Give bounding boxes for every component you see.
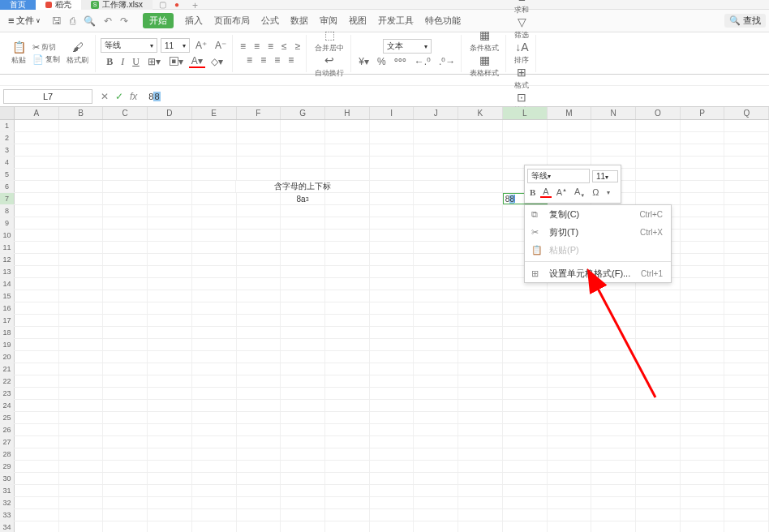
- align-right-button[interactable]: ≡: [272, 54, 282, 66]
- cell-C22[interactable]: [103, 375, 148, 387]
- col-header-F[interactable]: F: [237, 107, 281, 119]
- cell-M30[interactable]: [548, 473, 592, 484]
- cell-G30[interactable]: [281, 473, 325, 484]
- cell-P1[interactable]: [681, 120, 725, 131]
- cell-C13[interactable]: [103, 266, 148, 277]
- cell-K15[interactable]: [458, 290, 503, 302]
- cell-D4[interactable]: [148, 157, 192, 168]
- add-tab-button[interactable]: +: [186, 0, 204, 9]
- cell-D11[interactable]: [148, 242, 192, 253]
- cell-J5[interactable]: [414, 169, 458, 180]
- cell-A27[interactable]: [15, 436, 59, 448]
- cell-A3[interactable]: [15, 144, 59, 156]
- cell-P15[interactable]: [681, 290, 725, 302]
- cell-Q20[interactable]: [724, 351, 769, 363]
- cell-C17[interactable]: [103, 315, 148, 326]
- cell-G28[interactable]: [281, 448, 325, 460]
- cell-I30[interactable]: [370, 473, 415, 484]
- row-header-21[interactable]: 21: [0, 363, 15, 375]
- row-header-10[interactable]: 10: [0, 230, 15, 241]
- cell-D28[interactable]: [148, 448, 192, 460]
- cell-B1[interactable]: [59, 120, 104, 131]
- cell-E30[interactable]: [192, 473, 237, 484]
- sum-button[interactable]: Σ求和: [511, 0, 532, 15]
- cell-L33[interactable]: [503, 509, 548, 521]
- italic-button[interactable]: I: [118, 56, 127, 68]
- cell-N30[interactable]: [591, 473, 636, 484]
- cell-O30[interactable]: [636, 473, 681, 484]
- cell-J32[interactable]: [414, 497, 458, 508]
- col-header-O[interactable]: O: [636, 107, 681, 119]
- cell-K6[interactable]: [458, 181, 503, 192]
- cell-A15[interactable]: [15, 290, 59, 302]
- merge-button[interactable]: ⬚ 合并居中: [311, 28, 347, 54]
- cell-B12[interactable]: [59, 254, 104, 265]
- cell-C5[interactable]: [103, 169, 148, 180]
- cell-O1[interactable]: [636, 120, 681, 131]
- cell-B20[interactable]: [59, 351, 104, 363]
- cell-A32[interactable]: [15, 497, 59, 508]
- cell-H9[interactable]: [325, 217, 370, 229]
- cell-H31[interactable]: [325, 485, 370, 496]
- cell-H15[interactable]: [325, 290, 370, 302]
- cell-E27[interactable]: [192, 436, 237, 448]
- cell-F11[interactable]: [237, 242, 281, 253]
- cell-L16[interactable]: [503, 302, 548, 314]
- cell-F3[interactable]: [237, 144, 281, 156]
- cancel-edit-icon[interactable]: ✕: [101, 91, 109, 102]
- cell-C28[interactable]: [103, 448, 148, 460]
- cell-I2[interactable]: [370, 132, 415, 144]
- cell-I26[interactable]: [370, 424, 415, 435]
- redo-icon[interactable]: ↷: [120, 15, 128, 27]
- cell-L30[interactable]: [503, 473, 548, 484]
- cell-C31[interactable]: [103, 485, 148, 496]
- cell-O3[interactable]: [636, 144, 681, 156]
- cell-J13[interactable]: [414, 266, 458, 277]
- cell-I33[interactable]: [370, 509, 415, 521]
- cell-L18[interactable]: [503, 327, 548, 338]
- ribbon-tab-view[interactable]: 视图: [349, 15, 367, 27]
- cell-G22[interactable]: [281, 375, 325, 387]
- cell-K20[interactable]: [458, 351, 503, 363]
- cell-C4[interactable]: [103, 157, 148, 168]
- cell-P32[interactable]: [681, 497, 725, 508]
- cell-F25[interactable]: [237, 412, 281, 423]
- row-header-32[interactable]: 32: [0, 497, 15, 508]
- cell-E1[interactable]: [192, 120, 237, 131]
- col-header-J[interactable]: J: [414, 107, 458, 119]
- cell-G14[interactable]: [281, 278, 325, 290]
- cell-A11[interactable]: [15, 242, 59, 253]
- paste-button[interactable]: 📋 粘贴: [8, 41, 29, 66]
- cell-N2[interactable]: [591, 132, 636, 144]
- cell-L15[interactable]: [503, 290, 548, 302]
- cell-D30[interactable]: [148, 473, 192, 484]
- cell-I20[interactable]: [370, 351, 415, 363]
- cell-K17[interactable]: [458, 315, 503, 326]
- cell-Q26[interactable]: [724, 424, 769, 435]
- row-header-27[interactable]: 27: [0, 436, 15, 448]
- cell-Q9[interactable]: [724, 217, 769, 229]
- cell-B9[interactable]: [59, 217, 104, 229]
- cell-style-button[interactable]: ▦表格样式: [466, 54, 502, 79]
- cell-P21[interactable]: [681, 363, 725, 375]
- cell-P2[interactable]: [681, 132, 725, 144]
- cell-E32[interactable]: [192, 497, 237, 508]
- cell-G16[interactable]: [281, 302, 325, 314]
- cell-Q7[interactable]: [724, 193, 769, 204]
- row-header-4[interactable]: 4: [0, 157, 15, 168]
- cell-O18[interactable]: [636, 327, 681, 338]
- cell-I5[interactable]: [370, 169, 415, 180]
- cell-F13[interactable]: [237, 266, 281, 277]
- cell-B13[interactable]: [59, 266, 104, 277]
- cell-H2[interactable]: [325, 132, 370, 144]
- cell-Q29[interactable]: [724, 461, 769, 472]
- cell-Q22[interactable]: [724, 375, 769, 387]
- cell-C11[interactable]: [103, 242, 148, 253]
- cell-H7[interactable]: [325, 193, 370, 204]
- cell-G10[interactable]: [281, 230, 325, 241]
- cell-M1[interactable]: [548, 120, 592, 131]
- cell-G11[interactable]: [281, 242, 325, 253]
- cell-Q21[interactable]: [724, 363, 769, 375]
- row-header-14[interactable]: 14: [0, 278, 15, 290]
- col-header-P[interactable]: P: [681, 107, 725, 119]
